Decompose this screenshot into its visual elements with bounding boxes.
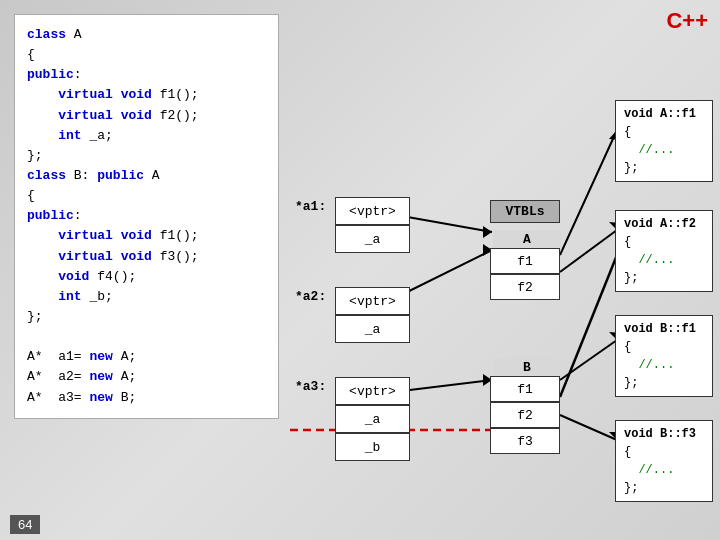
func-a-f2-title: void A::f2 xyxy=(624,215,704,233)
func-a-f1: void A::f1 { //... }; xyxy=(615,100,713,182)
a2-label: *a2: xyxy=(295,289,326,304)
cpp-badge: C++ xyxy=(666,8,708,34)
func-b-f3: void B::f3 { //... }; xyxy=(615,420,713,502)
func-a-f1-title: void A::f1 xyxy=(624,105,704,123)
svg-line-6 xyxy=(560,130,617,255)
a2-vptr: <vptr> xyxy=(335,287,410,315)
vtbl-a-label: A xyxy=(493,230,561,249)
vtbl-a-f1: f1 xyxy=(490,248,560,274)
svg-line-8 xyxy=(560,230,617,272)
page-number: 64 xyxy=(10,515,40,534)
vtbl-b-f2: f2 xyxy=(490,402,560,428)
func-b-f1: void B::f1 { //... }; xyxy=(615,315,713,397)
vtbl-a-f2: f2 xyxy=(490,274,560,300)
a1-vptr: <vptr> xyxy=(335,197,410,225)
func-b-f1-title: void B::f1 xyxy=(624,320,704,338)
vtbl-b-f1: f1 xyxy=(490,376,560,402)
a1-label: *a1: xyxy=(295,199,326,214)
vtbl-b-label: B xyxy=(493,358,561,377)
a3-a: _a xyxy=(335,405,410,433)
vtbl-header: VTBLs xyxy=(490,200,560,223)
svg-line-10 xyxy=(560,340,617,380)
code-panel: class A { public: virtual void f1(); vir… xyxy=(14,14,279,419)
a2-a: _a xyxy=(335,315,410,343)
svg-marker-1 xyxy=(483,226,492,238)
a3-label: *a3: xyxy=(295,379,326,394)
a3-b: _b xyxy=(335,433,410,461)
a1-a: _a xyxy=(335,225,410,253)
func-a-f2: void A::f2 { //... }; xyxy=(615,210,713,292)
svg-line-12 xyxy=(560,255,617,397)
a3-vptr: <vptr> xyxy=(335,377,410,405)
svg-line-13 xyxy=(560,415,617,440)
vtbl-b-f3: f3 xyxy=(490,428,560,454)
func-b-f3-title: void B::f3 xyxy=(624,425,704,443)
